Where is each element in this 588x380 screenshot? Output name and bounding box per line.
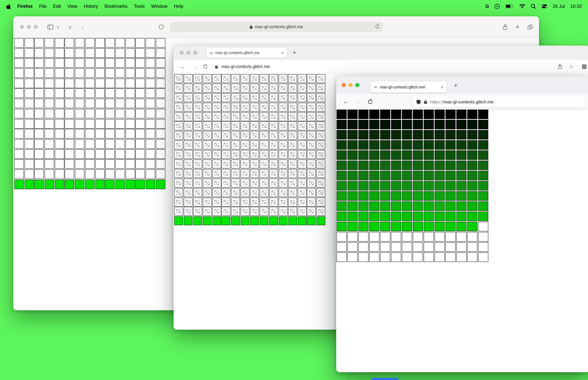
url-field[interactable]: max-gl-contexts.glitch.me bbox=[170, 22, 383, 32]
broken-image-icon bbox=[309, 143, 314, 147]
canvas-cell bbox=[184, 122, 193, 131]
new-tab-button[interactable]: + bbox=[454, 76, 457, 94]
grammarly-icon[interactable]: G bbox=[485, 4, 489, 9]
sidebar-toggle-icon[interactable] bbox=[47, 16, 54, 38]
canvas-cell bbox=[45, 38, 54, 48]
canvas-cell bbox=[260, 169, 268, 178]
close-button[interactable] bbox=[342, 83, 346, 87]
reload-icon[interactable] bbox=[375, 24, 380, 30]
canvas-cell bbox=[445, 242, 456, 252]
forward-button[interactable]: → bbox=[192, 60, 197, 73]
canvas-cell bbox=[174, 122, 183, 131]
extension-icon[interactable] bbox=[582, 60, 587, 73]
canvas-cell bbox=[115, 58, 125, 68]
broken-image-icon bbox=[262, 95, 266, 100]
menu-item-window[interactable]: Window bbox=[151, 4, 167, 9]
minimize-button[interactable] bbox=[27, 25, 31, 29]
forward-button[interactable]: → bbox=[355, 94, 361, 110]
menu-item-history[interactable]: History bbox=[84, 4, 98, 9]
control-center-icon[interactable] bbox=[541, 4, 547, 8]
broken-image-icon bbox=[214, 133, 219, 138]
broken-image-icon bbox=[214, 124, 219, 128]
tab-max-gl-contexts[interactable]: ∞ max-gl-contexts.glitch.me/ × bbox=[371, 81, 447, 93]
canvas-cell bbox=[317, 84, 325, 93]
firefox-window-front[interactable]: ∞ max-gl-contexts.glitch.me/ × + ← → htt… bbox=[336, 76, 588, 372]
broken-image-icon bbox=[224, 171, 228, 175]
canvas-cell bbox=[125, 68, 135, 78]
menu-bar-date[interactable]: 26 Jul bbox=[553, 4, 565, 9]
canvas-cell bbox=[65, 139, 74, 149]
lock-icon[interactable] bbox=[424, 99, 427, 104]
forward-button[interactable]: › bbox=[81, 16, 84, 38]
tab-close-icon[interactable]: × bbox=[441, 85, 443, 89]
menu-item-help[interactable]: Help bbox=[174, 4, 183, 9]
canvas-cell bbox=[260, 217, 268, 225]
menu-item-file[interactable]: File bbox=[39, 4, 47, 9]
canvas-cell bbox=[369, 232, 379, 242]
tab-overview-icon[interactable] bbox=[528, 16, 533, 38]
battery-icon[interactable] bbox=[505, 4, 514, 8]
canvas-cell bbox=[65, 129, 74, 138]
url-field[interactable]: https://max-gl-contexts.glitch.me bbox=[412, 96, 585, 107]
broken-image-icon bbox=[252, 86, 257, 90]
broken-image-icon bbox=[252, 162, 257, 166]
canvas-cell bbox=[136, 48, 145, 58]
menu-item-tools[interactable]: Tools bbox=[134, 4, 145, 9]
lock-icon[interactable] bbox=[215, 60, 218, 73]
canvas-cell bbox=[307, 188, 316, 197]
minimize-button[interactable] bbox=[187, 51, 190, 55]
canvas-cell bbox=[75, 149, 84, 159]
canvas-cell bbox=[435, 252, 445, 262]
back-button[interactable]: ‹ bbox=[69, 16, 72, 38]
canvas-cell bbox=[347, 130, 358, 139]
tab-max-gl-contexts[interactable]: ∞ max-gl-contexts.glitch.me × bbox=[206, 48, 287, 58]
back-button[interactable]: ← bbox=[180, 60, 186, 73]
close-button[interactable] bbox=[180, 51, 184, 55]
new-tab-button[interactable]: + bbox=[293, 46, 296, 60]
canvas-cell bbox=[184, 169, 193, 178]
canvas-cell bbox=[105, 38, 115, 48]
back-button[interactable]: ← bbox=[343, 94, 349, 110]
broken-image-icon bbox=[243, 76, 247, 81]
broken-image-icon bbox=[186, 171, 190, 175]
new-tab-button[interactable]: + bbox=[516, 16, 520, 38]
menu-item-bookmarks[interactable]: Bookmarks bbox=[104, 4, 127, 9]
url-text[interactable]: max-gl-contexts.glitch.me bbox=[222, 60, 270, 73]
bookmark-star-icon[interactable]: ☆ bbox=[569, 60, 574, 73]
canvas-cell bbox=[45, 89, 54, 98]
canvas-cell bbox=[337, 181, 347, 190]
menu-item-view[interactable]: View bbox=[67, 4, 77, 9]
broken-image-icon bbox=[214, 181, 219, 185]
privacy-shield-icon[interactable] bbox=[159, 16, 164, 38]
zoom-button[interactable] bbox=[193, 51, 197, 55]
chevron-down-icon[interactable]: ∨ bbox=[57, 16, 60, 38]
zoom-button[interactable] bbox=[34, 25, 38, 29]
share-icon[interactable] bbox=[503, 16, 508, 38]
zoom-button[interactable] bbox=[355, 83, 359, 87]
canvas-cell bbox=[358, 181, 369, 190]
canvas-cell bbox=[317, 103, 325, 112]
broken-image-icon bbox=[195, 209, 200, 213]
menu-app-name[interactable]: Firefox bbox=[17, 4, 33, 9]
reload-icon[interactable] bbox=[367, 94, 373, 110]
canvas-cell bbox=[307, 74, 316, 83]
wifi-icon[interactable] bbox=[519, 4, 525, 9]
share-icon[interactable] bbox=[558, 60, 562, 73]
broken-image-icon bbox=[262, 162, 266, 166]
close-button[interactable] bbox=[20, 25, 24, 29]
minimize-button[interactable] bbox=[348, 83, 353, 87]
canvas-cell bbox=[14, 48, 24, 58]
canvas-cell bbox=[75, 129, 84, 138]
menu-bar-clock[interactable]: 10:32 bbox=[570, 4, 582, 9]
canvas-cell bbox=[203, 93, 211, 102]
play-circle-icon[interactable] bbox=[494, 3, 500, 9]
broken-image-icon bbox=[243, 190, 247, 194]
tab-close-icon[interactable]: × bbox=[281, 50, 284, 55]
search-icon[interactable] bbox=[531, 4, 536, 9]
menu-item-edit[interactable]: Edit bbox=[53, 4, 61, 9]
canvas-cell bbox=[250, 207, 259, 216]
apple-menu-icon[interactable] bbox=[6, 3, 11, 9]
reload-icon[interactable] bbox=[203, 60, 208, 73]
tracking-shield-icon[interactable] bbox=[416, 99, 421, 104]
canvas-cell bbox=[146, 119, 155, 128]
